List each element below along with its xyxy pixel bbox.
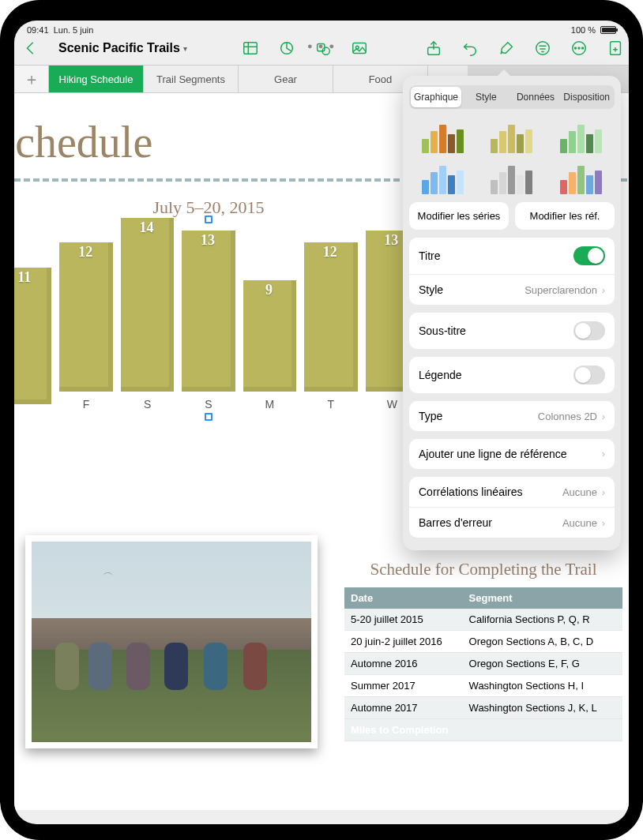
legend-toggle-row[interactable]: Légende [409, 357, 615, 393]
table-row[interactable]: Automne 2016Oregon Sections E, F, G [344, 653, 622, 675]
seg-donnees[interactable]: Données [511, 87, 561, 107]
schedule-table[interactable]: Schedule for Completing the Trail Date S… [344, 559, 622, 741]
chart-style-thumb-4[interactable] [481, 161, 542, 194]
chart-title: July 5–20, 2015 [14, 197, 422, 218]
undo-icon[interactable] [461, 39, 479, 57]
bar-3[interactable]: 13S [182, 231, 235, 411]
chart-style-thumbs [403, 115, 621, 202]
svg-point-15 [578, 47, 580, 49]
svg-point-14 [575, 47, 577, 49]
multitask-pill[interactable]: ● ● ● [307, 41, 336, 51]
document-title[interactable]: Scenic Pacific Trails ▾ [58, 41, 187, 55]
table-row[interactable]: 20 juin-2 juillet 2016Oregon Sections A,… [344, 631, 622, 653]
type-row[interactable]: Type Colonnes 2D› [409, 401, 615, 431]
table-row[interactable]: Summer 2017Washington Sections H, I [344, 675, 622, 697]
table-icon[interactable] [242, 39, 259, 57]
more-icon[interactable] [570, 39, 588, 57]
title-switch[interactable] [573, 246, 605, 265]
seg-disposition[interactable]: Disposition [560, 87, 613, 107]
status-bar: 09:41 Lun. 5 juin 100 % [14, 21, 629, 36]
col-segment: Segment [463, 587, 622, 609]
chart-style-thumb-0[interactable] [412, 120, 473, 153]
share-icon[interactable] [425, 39, 442, 57]
format-brush-icon[interactable] [498, 39, 515, 57]
seg-style[interactable]: Style [461, 87, 511, 107]
hiking-photo[interactable]: ︵ [25, 535, 318, 748]
popover-segmented: Graphique Style Données Disposition [409, 85, 615, 109]
refline-row[interactable]: Ajouter une ligne de référence› [409, 439, 615, 469]
col-date: Date [344, 587, 463, 609]
chart-icon[interactable] [278, 39, 295, 57]
bar-1[interactable]: 12F [59, 242, 112, 411]
chart-style-thumb-2[interactable] [551, 120, 611, 153]
battery-icon [600, 26, 616, 34]
modify-refs-button[interactable]: Modifier les réf. [515, 202, 615, 230]
battery-percent: 100 % [571, 25, 596, 35]
bird-icon: ︵ [103, 565, 114, 579]
error-row[interactable]: Barres d'erreur Aucune› [409, 508, 615, 538]
bar-5[interactable]: 12T [304, 242, 357, 411]
chart-style-thumb-3[interactable] [412, 161, 473, 194]
media-icon[interactable] [351, 39, 368, 57]
modify-series-button[interactable]: Modifier les séries [409, 202, 509, 230]
legend-switch[interactable] [573, 366, 605, 384]
clock: 09:41 [27, 25, 49, 35]
bar-2[interactable]: 14S [121, 218, 174, 411]
svg-rect-0 [244, 43, 258, 54]
schedule-title: Schedule for Completing the Trail [344, 559, 622, 579]
add-sheet-button[interactable]: ＋ [14, 66, 49, 92]
trend-row[interactable]: Corrélations linéaires Aucune› [409, 477, 615, 508]
date: Lun. 5 juin [54, 25, 94, 35]
bar-chart[interactable]: July 5–20, 2015 1112F14S13S9M12T13W [14, 197, 422, 411]
chevron-down-icon: ▾ [183, 44, 187, 53]
new-sheet-icon[interactable] [607, 39, 624, 57]
tab-gear[interactable]: Gear [239, 66, 333, 92]
chart-style-thumb-1[interactable] [481, 120, 542, 153]
bar-0[interactable]: 11 [14, 268, 51, 411]
chart-style-thumb-5[interactable] [551, 161, 611, 194]
tab-trail-segments[interactable]: Trail Segments [144, 66, 239, 92]
subtitle-switch[interactable] [573, 321, 605, 340]
table-row[interactable]: 5-20 juillet 2015California Sections P, … [344, 609, 622, 631]
tab-hiking-schedule[interactable]: Hiking Schedule [49, 66, 144, 92]
schedule-footer: Miles to Completion [344, 719, 622, 741]
format-popover: Graphique Style Données Disposition Modi… [403, 76, 621, 550]
table-row[interactable]: Automne 2017Washington Sections J, K, L [344, 697, 622, 719]
svg-point-16 [582, 47, 584, 49]
title-toggle-row[interactable]: Titre [409, 238, 615, 275]
style-row[interactable]: Style Superclarendon› [409, 275, 615, 305]
back-button[interactable] [22, 39, 39, 57]
organize-icon[interactable] [534, 39, 551, 57]
seg-graphique[interactable]: Graphique [411, 87, 461, 107]
subtitle-toggle-row[interactable]: Sous-titre [409, 313, 615, 349]
svg-point-9 [536, 42, 550, 55]
bar-4[interactable]: 9M [243, 280, 296, 411]
